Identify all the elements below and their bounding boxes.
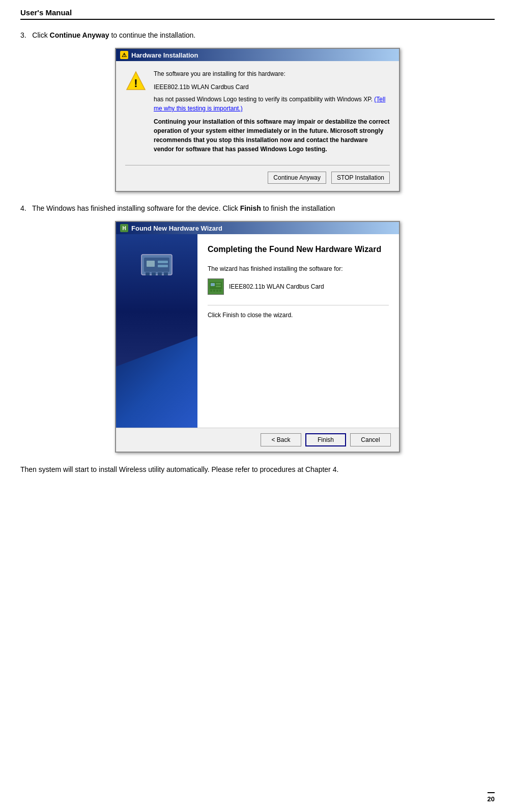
fnhw-titlebar: H Found New Hardware Wizard	[116, 222, 399, 234]
svg-rect-11	[158, 272, 162, 275]
fnhw-main-title: Completing the Found New Hardware Wizard	[208, 244, 389, 255]
hw-card-svg-icon	[136, 244, 177, 285]
step-4: 4. The Windows has finished installing s…	[20, 203, 495, 453]
dialog-text-section: The software you are installing for this…	[154, 69, 390, 158]
fnhw-body: Completing the Found New Hardware Wizard…	[116, 234, 399, 428]
warning-titlebar-icon: ⚠	[120, 51, 128, 59]
svg-rect-18	[210, 290, 212, 292]
fnhw-sidebar	[116, 234, 197, 428]
dialog-line2: has not passed Windows Logo testing to v…	[154, 95, 390, 113]
warning-icon: !	[125, 70, 147, 92]
step4-text: 4. The Windows has finished installing s…	[20, 203, 495, 214]
fnhw-sidebar-art	[116, 244, 197, 428]
svg-rect-12	[164, 272, 168, 275]
stop-installation-button[interactable]: STOP Installation	[331, 172, 390, 184]
fnhw-device-icon	[208, 278, 224, 295]
svg-rect-7	[158, 261, 168, 263]
page-number: 20	[488, 795, 495, 803]
fnhw-title: Found New Hardware Wizard	[131, 225, 222, 232]
hardware-installation-dialog: ⚠ Hardware Installation !	[115, 48, 400, 192]
dialog-divider	[125, 165, 390, 165]
svg-rect-8	[158, 265, 168, 267]
svg-rect-17	[216, 286, 221, 287]
continue-anyway-button[interactable]: Continue Anyway	[268, 172, 326, 184]
found-new-hardware-dialog-wrapper: H Found New Hardware Wizard	[20, 221, 495, 453]
back-button[interactable]: < Back	[261, 433, 301, 446]
dialog-device-name: IEEE802.11b WLAN Cardbus Card	[154, 82, 390, 92]
fnhw-footer: < Back Finish Cancel	[116, 428, 399, 452]
fnhw-line1: The wizard has finished installing the s…	[208, 264, 389, 273]
step3-number: 3.	[20, 31, 26, 39]
svg-rect-16	[216, 283, 221, 285]
page-title: User's Manual	[20, 8, 72, 17]
svg-rect-19	[213, 290, 215, 292]
svg-text:!: !	[134, 77, 137, 90]
found-new-hardware-dialog: H Found New Hardware Wizard	[115, 221, 400, 453]
hardware-installation-dialog-wrapper: ⚠ Hardware Installation !	[20, 48, 495, 192]
finish-button[interactable]: Finish	[305, 433, 346, 446]
svg-rect-6	[147, 261, 155, 267]
step3-text: 3. Click Continue Anyway to continue the…	[20, 30, 495, 41]
dialog-body: ! The software you are installing for th…	[116, 61, 399, 191]
svg-rect-20	[216, 290, 218, 292]
step-3: 3. Click Continue Anyway to continue the…	[20, 30, 495, 192]
dialog-buttons: Continue Anyway STOP Installation	[125, 172, 390, 184]
svg-rect-9	[146, 272, 150, 275]
svg-rect-21	[219, 290, 221, 292]
dialog-content: ! The software you are installing for th…	[125, 69, 390, 158]
fnhw-device-name: IEEE802.11b WLAN Cardbus Card	[229, 282, 324, 291]
fnhw-finish-text: Click Finish to close the wizard.	[208, 305, 389, 320]
svg-rect-10	[152, 272, 156, 275]
fnhw-device-row: IEEE802.11b WLAN Cardbus Card	[208, 278, 389, 295]
page-footer: 20	[488, 792, 495, 803]
fnhw-main-body: The wizard has finished installing the s…	[208, 264, 389, 421]
fnhw-main-content: Completing the Found New Hardware Wizard…	[197, 234, 399, 428]
footer-line	[488, 792, 495, 793]
step4-number: 4.	[20, 204, 26, 212]
fnhw-titlebar-icon: H	[120, 224, 128, 232]
page-header: User's Manual	[20, 5, 495, 20]
dialog-warn-bold: Continuing your installation of this sof…	[154, 117, 390, 154]
bottom-text: Then system will start to install Wirele…	[20, 464, 495, 475]
svg-rect-15	[211, 283, 215, 286]
dialog-titlebar: ⚠ Hardware Installation	[116, 49, 399, 61]
cancel-button[interactable]: Cancel	[350, 433, 391, 446]
svg-text:H: H	[122, 226, 126, 231]
dialog-line1: The software you are installing for this…	[154, 69, 390, 78]
dialog-title: Hardware Installation	[131, 51, 198, 59]
